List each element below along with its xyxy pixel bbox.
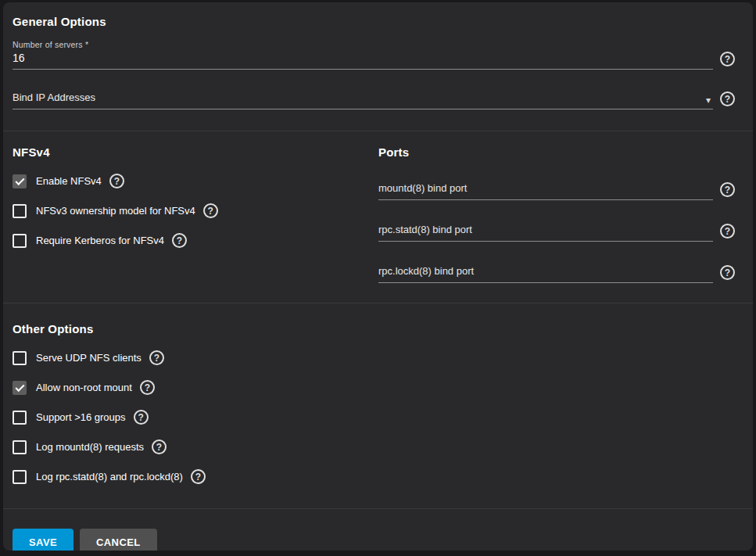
checkbox-label: Serve UDP NFS clients	[36, 352, 142, 364]
section-general-options: General Options Number of servers * ? Bi…	[3, 2, 753, 131]
log-statd-lockd-checkbox[interactable]	[13, 470, 27, 484]
save-button[interactable]: SAVE	[13, 529, 73, 551]
checkbox-label: Enable NFSv4	[36, 175, 102, 187]
help-icon[interactable]: ?	[203, 203, 218, 218]
section-nfsv4-ports: NFSv4 Enable NFSv4 ? NFSv3 ownership mod…	[3, 131, 753, 303]
checkbox-row-nfsv3-ownership: NFSv3 ownership model for NFSv4 ?	[13, 203, 378, 218]
nfsv4-title: NFSv4	[13, 145, 378, 159]
cancel-button[interactable]: CANCEL	[80, 529, 157, 551]
number-of-servers-row: Number of servers * ?	[13, 40, 735, 70]
lockd-port-row: ?	[378, 263, 735, 283]
checkbox-row-require-kerberos: Require Kerberos for NFSv4 ?	[13, 233, 378, 248]
allow-nonroot-checkbox[interactable]	[13, 381, 27, 395]
checkbox-label: NFSv3 ownership model for NFSv4	[36, 205, 195, 217]
log-mountd-checkbox[interactable]	[13, 440, 27, 454]
section-other-options: Other Options Serve UDP NFS clients ? Al…	[3, 303, 753, 508]
chevron-down-icon: ▾	[706, 95, 713, 109]
help-icon[interactable]: ?	[720, 224, 735, 239]
nfsv4-column: NFSv4 Enable NFSv4 ? NFSv3 ownership mod…	[13, 145, 378, 283]
checkbox-row-allow-nonroot: Allow non-root mount ?	[13, 380, 735, 395]
enable-nfsv4-checkbox[interactable]	[13, 174, 27, 188]
help-icon[interactable]: ?	[134, 410, 149, 425]
statd-port-row: ?	[378, 221, 735, 242]
help-icon[interactable]: ?	[720, 182, 735, 197]
help-icon[interactable]: ?	[172, 233, 187, 248]
checkbox-label: Require Kerberos for NFSv4	[36, 235, 164, 246]
help-icon[interactable]: ?	[191, 469, 206, 484]
checkbox-label: Log rpc.statd(8) and rpc.lockd(8)	[36, 471, 183, 482]
help-icon[interactable]: ?	[140, 380, 155, 395]
number-of-servers-label: Number of servers *	[13, 40, 713, 49]
checkbox-row-serve-udp: Serve UDP NFS clients ?	[13, 350, 735, 365]
number-of-servers-input[interactable]	[13, 49, 713, 69]
number-of-servers-fieldarea: Number of servers *	[13, 40, 713, 70]
help-icon[interactable]: ?	[720, 52, 735, 66]
mountd-port-input[interactable]	[378, 180, 713, 199]
nfs-config-form: General Options Number of servers * ? Bi…	[3, 2, 753, 551]
nfsv3-ownership-checkbox[interactable]	[13, 204, 27, 218]
statd-port-input[interactable]	[378, 221, 713, 241]
mountd-port-fieldarea	[378, 180, 713, 200]
other-options-title: Other Options	[13, 322, 735, 335]
form-actions: SAVE CANCEL	[3, 509, 753, 551]
checkbox-row-enable-nfsv4: Enable NFSv4 ?	[13, 174, 378, 188]
checkbox-label: Allow non-root mount	[36, 382, 132, 393]
checkbox-row-log-mountd: Log mountd(8) requests ?	[13, 439, 735, 454]
checkbox-row-log-statd-lockd: Log rpc.statd(8) and rpc.lockd(8) ?	[13, 469, 735, 484]
bind-ip-row: Bind IP Addresses ▾ ?	[13, 91, 735, 109]
serve-udp-checkbox[interactable]	[13, 351, 27, 365]
ports-column: Ports ? ? ?	[378, 145, 735, 283]
support-groups-checkbox[interactable]	[13, 411, 27, 425]
checkbox-label: Support >16 groups	[36, 411, 126, 423]
help-icon[interactable]: ?	[152, 439, 167, 454]
help-icon[interactable]: ?	[720, 265, 735, 280]
require-kerberos-checkbox[interactable]	[13, 234, 27, 248]
mountd-port-row: ?	[378, 180, 735, 200]
statd-port-fieldarea	[378, 221, 713, 242]
bind-ip-label: Bind IP Addresses	[13, 91, 95, 109]
help-icon[interactable]: ?	[149, 350, 164, 365]
lockd-port-fieldarea	[378, 263, 713, 283]
ports-title: Ports	[378, 145, 735, 159]
help-icon[interactable]: ?	[109, 174, 124, 188]
bind-ip-select[interactable]: Bind IP Addresses ▾	[13, 91, 713, 109]
help-icon[interactable]: ?	[720, 91, 735, 106]
checkbox-row-support-groups: Support >16 groups ?	[13, 410, 735, 425]
checkbox-label: Log mountd(8) requests	[36, 441, 144, 453]
lockd-port-input[interactable]	[378, 263, 713, 282]
general-options-title: General Options	[13, 15, 735, 28]
